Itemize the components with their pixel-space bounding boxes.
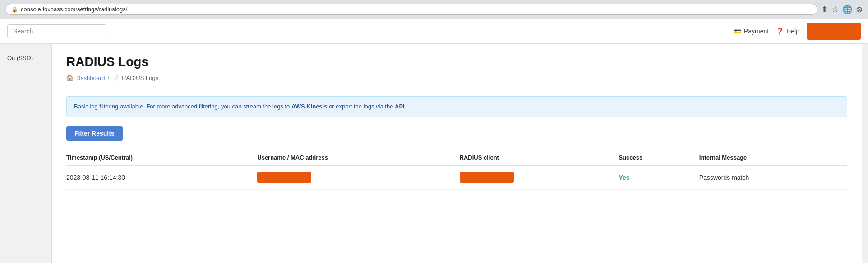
browser-actions: ⬆ ☆ 🌐 ⊗ <box>821 5 863 14</box>
breadcrumb-home-link[interactable]: Dashboard <box>76 75 105 81</box>
lock-icon: 🔒 <box>11 6 18 13</box>
page-title: RADIUS Logs <box>66 55 847 69</box>
address-bar: 🔒 console.foxpass.com/settings/radiuslog… <box>5 4 817 15</box>
payment-label: Payment <box>744 28 769 35</box>
col-success: Success <box>619 150 699 166</box>
info-banner-link1[interactable]: AWS Kinesis <box>291 103 327 110</box>
sidebar: On (SSO) <box>0 44 52 263</box>
col-username: Username / MAC address <box>257 150 459 166</box>
search-input[interactable] <box>7 24 106 38</box>
url-text: console.foxpass.com/settings/radiuslogs/ <box>21 6 127 13</box>
close-icon[interactable]: ⊗ <box>856 5 863 14</box>
col-internal-message: Internal Message <box>699 150 847 166</box>
right-scrollbar[interactable] <box>862 44 868 263</box>
table-header-row: Timestamp (US/Central) Username / MAC ad… <box>66 150 847 166</box>
breadcrumb-home-icon: 🏠 <box>66 75 74 81</box>
table-row: 2023-08-11 16:14:30 Yes Passwords match <box>66 166 847 190</box>
main-content: RADIUS Logs 🏠 Dashboard / 📄 RADIUS Logs … <box>52 44 862 263</box>
sidebar-item-sso[interactable]: On (SSO) <box>0 51 51 65</box>
breadcrumb-separator: / <box>108 75 110 81</box>
filter-results-button[interactable]: Filter Results <box>66 126 123 141</box>
username-redacted <box>257 172 311 183</box>
info-banner-link2[interactable]: API <box>395 103 405 110</box>
breadcrumb-home-label: Dashboard <box>76 75 105 81</box>
cell-radius-client <box>460 166 619 190</box>
sidebar-item-label: On (SSO) <box>7 55 33 61</box>
radius-logs-table: Timestamp (US/Central) Username / MAC ad… <box>66 150 847 190</box>
top-nav: 💳 Payment ❓ Help <box>0 19 868 44</box>
bookmark-icon[interactable]: ☆ <box>831 5 839 14</box>
success-value: Yes <box>619 174 629 181</box>
cell-internal-message: Passwords match <box>699 166 847 190</box>
breadcrumb-doc-icon: 📄 <box>112 75 119 81</box>
radius-client-redacted <box>460 172 514 183</box>
app-layout: On (SSO) RADIUS Logs 🏠 Dashboard / 📄 RAD… <box>0 44 868 263</box>
cta-button[interactable] <box>807 23 861 40</box>
help-icon: ❓ <box>776 28 784 35</box>
payment-icon: 💳 <box>734 28 741 35</box>
payment-nav[interactable]: 💳 Payment <box>734 28 769 35</box>
info-banner: Basic log filtering available. For more … <box>66 96 847 117</box>
share-icon[interactable]: ⬆ <box>821 5 828 14</box>
breadcrumb: 🏠 Dashboard / 📄 RADIUS Logs <box>66 75 847 87</box>
help-label: Help <box>786 28 799 35</box>
breadcrumb-current: RADIUS Logs <box>122 75 158 81</box>
col-radius-client: RADIUS client <box>460 150 619 166</box>
help-nav[interactable]: ❓ Help <box>776 28 799 35</box>
col-timestamp: Timestamp (US/Central) <box>66 150 257 166</box>
extensions-icon[interactable]: 🌐 <box>842 5 852 14</box>
cell-username <box>257 166 459 190</box>
cell-success: Yes <box>619 166 699 190</box>
browser-chrome: 🔒 console.foxpass.com/settings/radiuslog… <box>0 0 868 19</box>
cell-timestamp: 2023-08-11 16:14:30 <box>66 166 257 190</box>
